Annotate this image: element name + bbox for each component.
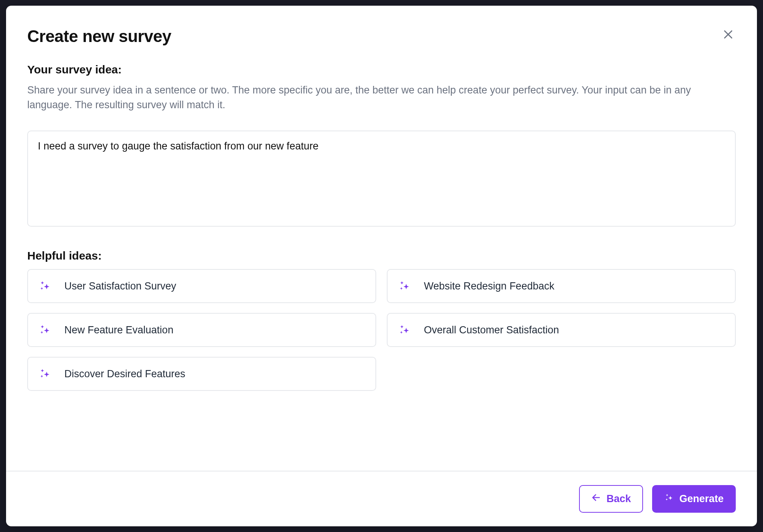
back-button[interactable]: Back: [579, 485, 643, 513]
survey-idea-input[interactable]: [27, 131, 736, 227]
helpful-ideas-grid: User Satisfaction Survey Website Redesig…: [27, 269, 736, 391]
generate-button[interactable]: Generate: [652, 485, 736, 513]
modal-body: Create new survey Your survey idea: Shar…: [6, 6, 757, 471]
idea-card[interactable]: New Feature Evaluation: [27, 313, 376, 347]
sparkle-icon: [398, 324, 411, 336]
sparkle-icon: [39, 367, 51, 380]
create-survey-modal: Create new survey Your survey idea: Shar…: [6, 6, 757, 526]
idea-card[interactable]: Overall Customer Satisfaction: [387, 313, 736, 347]
idea-label: Website Redesign Feedback: [424, 280, 554, 292]
idea-card[interactable]: User Satisfaction Survey: [27, 269, 376, 303]
helpful-ideas-label: Helpful ideas:: [27, 249, 736, 262]
idea-card[interactable]: Discover Desired Features: [27, 357, 376, 391]
survey-idea-description: Share your survey idea in a sentence or …: [27, 83, 693, 112]
sparkle-icon: [39, 324, 51, 336]
idea-label: New Feature Evaluation: [64, 324, 173, 336]
idea-label: Overall Customer Satisfaction: [424, 324, 559, 336]
sparkle-icon: [39, 280, 51, 292]
generate-button-label: Generate: [679, 493, 724, 505]
idea-label: Discover Desired Features: [64, 368, 185, 380]
modal-header: Create new survey: [27, 27, 736, 46]
sparkle-icon: [398, 280, 411, 292]
modal-footer: Back Generate: [6, 471, 757, 526]
sparkle-icon: [664, 493, 674, 505]
survey-idea-label: Your survey idea:: [27, 63, 736, 76]
idea-label: User Satisfaction Survey: [64, 280, 176, 292]
arrow-left-icon: [591, 493, 601, 505]
close-icon: [722, 28, 734, 42]
modal-title: Create new survey: [27, 27, 171, 46]
back-button-label: Back: [606, 493, 631, 505]
close-button[interactable]: [721, 27, 736, 43]
idea-card[interactable]: Website Redesign Feedback: [387, 269, 736, 303]
